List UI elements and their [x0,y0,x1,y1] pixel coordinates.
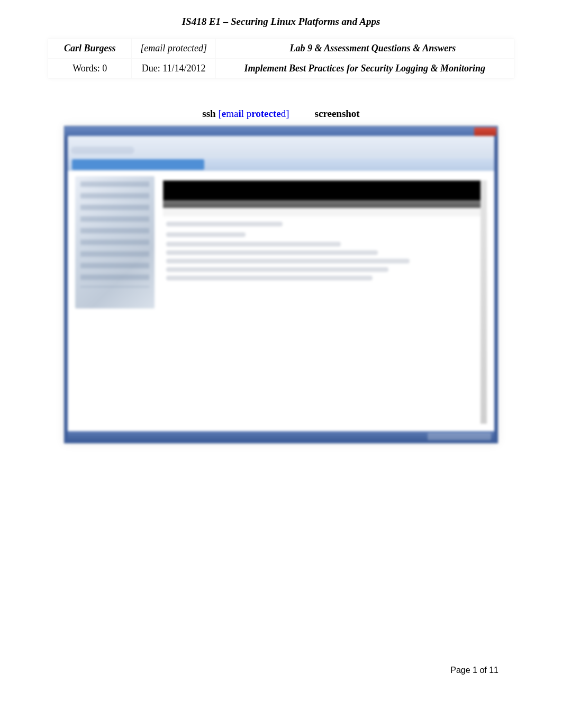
terminal-body [163,216,479,424]
terminal-titlebar [163,180,487,201]
caption-command: ssh [202,108,218,119]
student-name: Carl Burgess [48,39,132,58]
embedded-screenshot [64,126,498,443]
page-number: Page 1 of 11 [450,666,498,675]
terminal-menu [163,208,487,216]
window-titlebar [65,126,497,136]
course-title: IS418 E1 – Securing Linux Platforms and … [48,16,514,28]
scrollbar [481,180,487,424]
address-bar [72,159,204,170]
file-tree-sidebar [75,176,155,308]
lab-subtitle: Implement Best Practices for Security Lo… [216,58,514,78]
close-icon [474,128,496,136]
terminal-header [163,201,487,208]
browser-body [68,171,494,431]
lab-label: Lab 9 & Assessment Questions & Answers [216,39,514,58]
caption-email-link[interactable]: [email protected] [218,108,289,119]
word-count: Words: 0 [48,58,132,78]
caption-suffix: screenshot [315,108,360,119]
browser-menubar [68,136,494,158]
due-date: Due: 11/14/2012 [132,58,215,78]
system-tray [428,433,491,440]
student-email: [email protected] [132,39,215,58]
screenshot-caption: ssh [email protected]screenshot [48,108,514,120]
document-header: Carl Burgess [email protected] Lab 9 & A… [48,38,514,79]
